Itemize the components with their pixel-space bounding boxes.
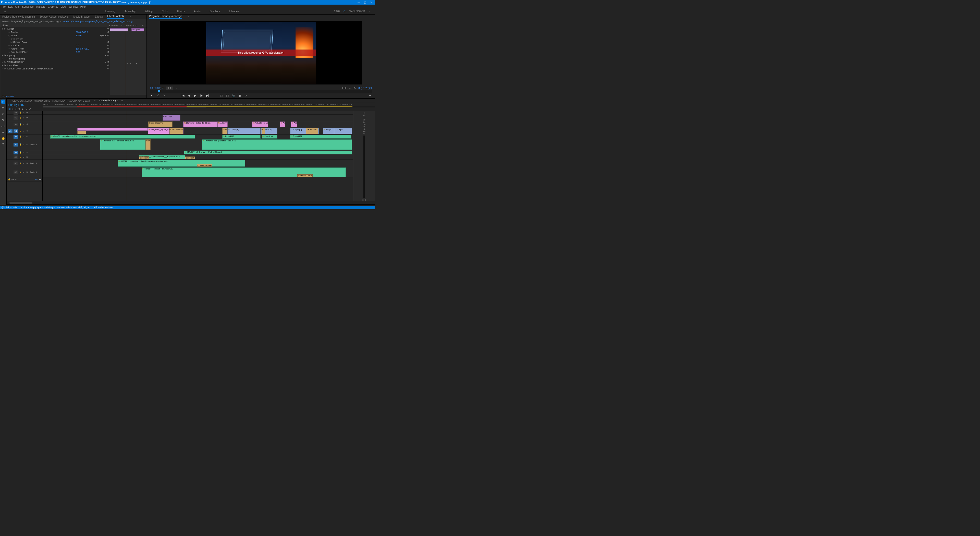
effect-row[interactable]: ▸fxVR Digital Glitch▸↺ bbox=[0, 60, 110, 64]
effect-row[interactable]: ○Anchor Point1059.0 705.0↺ bbox=[0, 47, 110, 50]
clip[interactable]: Constant Power bbox=[197, 164, 212, 167]
ws-graphics[interactable]: Graphics bbox=[210, 10, 220, 13]
tab-effect-controls[interactable]: Effect Controls bbox=[107, 15, 124, 19]
out-point-icon[interactable]: } bbox=[162, 94, 166, 97]
clip[interactable]: VR Mobius Zoom bbox=[306, 128, 318, 134]
track-header-A3[interactable]: A3🔒MS bbox=[7, 150, 42, 155]
tool-type[interactable]: T bbox=[1, 142, 5, 146]
track-header-V3[interactable]: V3🔒⟐👁 bbox=[7, 115, 42, 121]
timeline-playhead[interactable] bbox=[127, 111, 127, 201]
menu-window[interactable]: Window bbox=[68, 5, 78, 8]
clip[interactable]: Constant Power bbox=[298, 174, 313, 177]
ec-seq-clip[interactable]: Trueno y la energia * imagenes_fogata_sa… bbox=[63, 20, 132, 23]
clip[interactable]: fx527664__straget__thunder.wav bbox=[142, 167, 346, 177]
timeline-zoom-scrollbar[interactable] bbox=[10, 202, 32, 204]
tab-program[interactable]: Program: Trueno y la energia bbox=[149, 15, 182, 19]
clip[interactable]: Cross Dissolve bbox=[169, 128, 183, 134]
maximize-button[interactable]: ▢ bbox=[362, 1, 368, 4]
effect-row[interactable]: ▸fxLens Flare↺ bbox=[0, 64, 110, 67]
effect-row[interactable]: ○Anti-flicker Filter0.00↺ bbox=[0, 50, 110, 54]
effect-row[interactable]: ◇Scale105.6◀ ◆ ▶↺ bbox=[0, 34, 110, 37]
track-lane-A2[interactable]: ConfxPrimeros_dos_parrafos_intro.m4aConf… bbox=[43, 139, 353, 150]
export-frame-icon[interactable]: 📷 bbox=[232, 94, 235, 97]
ws-color[interactable]: Color bbox=[162, 10, 168, 13]
seq-tab-1[interactable]: Trueno y la energia bbox=[99, 99, 118, 102]
clip[interactable]: fxPrimeros_dos_parrafos_intro.m4a bbox=[202, 139, 352, 150]
clip[interactable]: Cros bbox=[262, 128, 265, 134]
track-header-A1[interactable]: A1🔒MS bbox=[7, 135, 42, 139]
program-timecode[interactable]: 00;00;03;07 bbox=[150, 87, 164, 90]
share-icon[interactable]: ↗ bbox=[244, 94, 248, 97]
clip[interactable]: 06 01.tga bbox=[162, 115, 180, 121]
clip[interactable]: fxPrimeros_dos_parrafos_intro.m4a bbox=[100, 139, 151, 150]
tool-pen[interactable]: ✒ bbox=[1, 130, 5, 134]
track-lane-A1[interactable]: fx434975__soundscapes55__dark-suspense.w… bbox=[43, 135, 353, 139]
seq-option-icon[interactable]: ↘ bbox=[25, 107, 27, 110]
ws-effects[interactable]: Effects bbox=[177, 10, 185, 13]
seq-option-icon[interactable]: ⬙ bbox=[22, 107, 24, 110]
track-header-master[interactable]: 🔒Master0.0▶I bbox=[7, 177, 42, 181]
clip[interactable]: Cross Dissolve bbox=[148, 121, 172, 127]
ec-clip-bar[interactable]: imagene bbox=[131, 28, 144, 32]
effect-row[interactable]: ▾fxMotion↺ bbox=[0, 27, 110, 30]
clip[interactable]: fx3.mp4 [A] bbox=[290, 135, 352, 138]
panel-menu-icon[interactable]: ≡ bbox=[121, 100, 123, 102]
seq-option-icon[interactable]: ↯ bbox=[18, 107, 20, 110]
clip[interactable]: fx2.mp4 [A] bbox=[222, 135, 261, 138]
timeline-timecode[interactable]: 00;00;03;07 bbox=[8, 103, 41, 107]
chevron-down-icon[interactable]: ⌄ bbox=[176, 87, 178, 90]
ws-learning[interactable]: Learning bbox=[105, 10, 115, 13]
timeline-ruler[interactable]: ;00;0000;00;00;1500;00;01;0000;00;01;150… bbox=[43, 103, 375, 107]
menu-markers[interactable]: Markers bbox=[36, 5, 45, 8]
minimize-button[interactable]: — bbox=[356, 1, 362, 4]
program-fit-dropdown[interactable]: Fit bbox=[166, 86, 173, 90]
tab-media-browser[interactable]: Media Browser bbox=[73, 15, 90, 18]
track-lane-V1[interactable]: Cross Dissolvefximagenes_fogata_san_juan… bbox=[43, 128, 353, 135]
menu-graphics[interactable]: Graphics bbox=[48, 5, 58, 8]
track-header-A6[interactable]: A6🔒MSAudio 6 bbox=[7, 167, 42, 177]
menu-clip[interactable]: Clip bbox=[15, 5, 19, 8]
ec-keyframe-area[interactable]: 00;00;02;00 00;00;04;00 00 imagene • • • bbox=[110, 24, 146, 95]
clip[interactable]: fx4.mp4 bbox=[334, 128, 352, 134]
track-lane-A5[interactable]: fx360328__inspectorj__thunder-very-close… bbox=[43, 159, 353, 167]
settings-icon[interactable]: ⚙ bbox=[353, 87, 356, 90]
clip[interactable]: fxAdjus bbox=[291, 121, 297, 127]
step-back-icon[interactable]: ◀| bbox=[187, 94, 191, 97]
chevron-down-icon[interactable]: ⌄ bbox=[349, 87, 351, 90]
tool-razor[interactable]: ✎ bbox=[1, 118, 5, 122]
clip[interactable]: fx434975__soundscapes55__dark-suspense.w… bbox=[50, 135, 195, 138]
sync-icon[interactable]: ⟲ bbox=[343, 10, 345, 13]
clip[interactable]: Constant Power bbox=[139, 156, 149, 159]
lift-icon[interactable]: ⬚ bbox=[220, 94, 223, 97]
track-header-V2[interactable]: V2🔒⟐👁 bbox=[7, 121, 42, 128]
clip[interactable]: Cros bbox=[222, 128, 228, 134]
program-scrubber[interactable] bbox=[150, 91, 372, 94]
clip[interactable]: fxAdjust bbox=[280, 121, 285, 127]
track-header-A5[interactable]: A5🔒MSAudio 5 bbox=[7, 159, 42, 167]
ws-assembly[interactable]: Assembly bbox=[124, 10, 135, 13]
goto-in-icon[interactable]: |◀ bbox=[181, 94, 185, 97]
comparison-icon[interactable]: ▦ bbox=[238, 94, 242, 97]
menu-file[interactable]: File bbox=[2, 5, 6, 8]
clip[interactable]: fxAdjustment La bbox=[218, 121, 228, 127]
panel-menu-icon[interactable]: ≡ bbox=[188, 15, 189, 18]
in-point-icon[interactable]: { bbox=[156, 94, 160, 97]
menu-sequence[interactable]: Sequence bbox=[22, 5, 34, 8]
ws-libraries[interactable]: Libraries bbox=[229, 10, 239, 13]
clip[interactable]: fx360328__inspectorj__thunder-very-close… bbox=[118, 160, 245, 167]
extract-icon[interactable]: ⬚ bbox=[226, 94, 229, 97]
effect-row[interactable]: ▸Time Remapping bbox=[0, 57, 110, 60]
tool-slip[interactable]: ⟷ bbox=[1, 124, 5, 128]
close-button[interactable]: ✕ bbox=[368, 1, 374, 4]
tab-project[interactable]: Project: Trueno y la eneregia bbox=[2, 15, 35, 18]
track-lane-V3[interactable]: 06 01.tga bbox=[43, 115, 353, 121]
track-header-A4[interactable]: A4🔒MS bbox=[7, 155, 42, 159]
tool-ripple[interactable]: ✂ bbox=[1, 112, 5, 116]
effect-row[interactable]: ○Rotation0.0↺ bbox=[0, 44, 110, 47]
menu-edit[interactable]: Edit bbox=[8, 5, 13, 8]
play-icon[interactable]: ▶ bbox=[193, 94, 197, 97]
effect-row[interactable]: ▸fxLumetri Color (SL Blue Day4Nite (Arri… bbox=[0, 67, 110, 70]
effect-row[interactable]: ○Position960.0 540.0↺ bbox=[0, 30, 110, 34]
marker-icon[interactable]: ▾ bbox=[150, 94, 154, 97]
clip[interactable]: Con bbox=[145, 139, 151, 150]
